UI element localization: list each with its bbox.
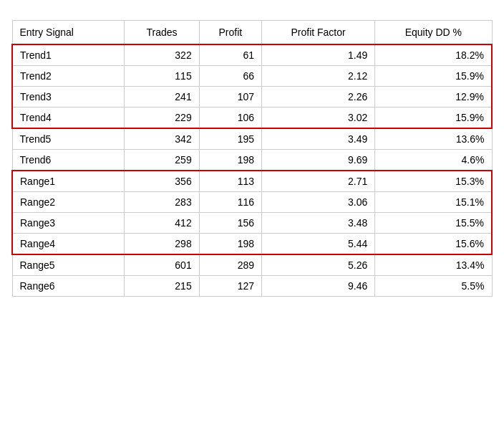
cell-profit-factor: 5.26 (262, 254, 375, 276)
col-header-trades: Trades (125, 21, 199, 45)
cell-trades: 356 (125, 171, 199, 192)
table-row: Range42981985.4415.6% (12, 234, 492, 255)
cell-profit: 198 (199, 150, 261, 171)
cell-profit-factor: 9.46 (262, 276, 375, 297)
cell-profit: 66 (199, 66, 261, 87)
cell-profit-factor: 9.69 (262, 150, 375, 171)
cell-profit: 156 (199, 213, 261, 234)
col-header-equity-dd-%: Equity DD % (375, 21, 492, 45)
cell-entry-signal: Range4 (12, 234, 125, 255)
table-row: Range56012895.2613.4% (12, 254, 492, 276)
cell-profit-factor: 3.02 (262, 108, 375, 129)
cell-profit: 107 (199, 87, 261, 108)
cell-profit-factor: 3.48 (262, 213, 375, 234)
cell-equity-dd-%: 15.1% (375, 192, 492, 213)
cell-entry-signal: Range2 (12, 192, 125, 213)
table-row: Range13561132.7115.3% (12, 171, 492, 192)
cell-entry-signal: Trend1 (12, 44, 125, 66)
table-row: Trend1322611.4918.2% (12, 44, 492, 66)
cell-entry-signal: Trend5 (12, 128, 125, 150)
cell-entry-signal: Trend3 (12, 87, 125, 108)
cell-profit-factor: 3.06 (262, 192, 375, 213)
cell-equity-dd-%: 13.6% (375, 128, 492, 150)
cell-profit: 113 (199, 171, 261, 192)
cell-trades: 259 (125, 150, 199, 171)
cell-profit-factor: 2.71 (262, 171, 375, 192)
cell-equity-dd-%: 13.4% (375, 254, 492, 276)
cell-equity-dd-%: 15.9% (375, 108, 492, 129)
table-row: Range34121563.4815.5% (12, 213, 492, 234)
cell-profit-factor: 3.49 (262, 128, 375, 150)
cell-profit: 198 (199, 234, 261, 255)
cell-equity-dd-%: 4.6% (375, 150, 492, 171)
cell-equity-dd-%: 15.6% (375, 234, 492, 255)
cell-equity-dd-%: 15.9% (375, 66, 492, 87)
cell-trades: 241 (125, 87, 199, 108)
cell-equity-dd-%: 15.3% (375, 171, 492, 192)
cell-entry-signal: Range6 (12, 276, 125, 297)
table-row: Trend62591989.694.6% (12, 150, 492, 171)
cell-trades: 601 (125, 254, 199, 276)
cell-trades: 215 (125, 276, 199, 297)
cell-equity-dd-%: 12.9% (375, 87, 492, 108)
cell-profit: 289 (199, 254, 261, 276)
col-header-entry-signal: Entry Signal (12, 21, 125, 45)
table-row: Trend2115662.1215.9% (12, 66, 492, 87)
cell-trades: 283 (125, 192, 199, 213)
cell-trades: 229 (125, 108, 199, 129)
cell-trades: 412 (125, 213, 199, 234)
table-row: Trend42291063.0215.9% (12, 108, 492, 129)
cell-profit-factor: 2.12 (262, 66, 375, 87)
cell-equity-dd-%: 5.5% (375, 276, 492, 297)
table-row: Range22831163.0615.1% (12, 192, 492, 213)
cell-entry-signal: Trend2 (12, 66, 125, 87)
cell-profit-factor: 5.44 (262, 234, 375, 255)
table-row: Range62151279.465.5% (12, 276, 492, 297)
cell-entry-signal: Range5 (12, 254, 125, 276)
table-row: Trend53421953.4913.6% (12, 128, 492, 150)
cell-trades: 115 (125, 66, 199, 87)
cell-profit: 61 (199, 44, 261, 66)
col-header-profit-factor: Profit Factor (262, 21, 375, 45)
cell-profit-factor: 2.26 (262, 87, 375, 108)
cell-equity-dd-%: 15.5% (375, 213, 492, 234)
cell-entry-signal: Range3 (12, 213, 125, 234)
cell-profit: 116 (199, 192, 261, 213)
cell-trades: 322 (125, 44, 199, 66)
col-header-profit: Profit (199, 21, 261, 45)
cell-profit: 106 (199, 108, 261, 129)
cell-entry-signal: Range1 (12, 171, 125, 192)
cell-profit: 127 (199, 276, 261, 297)
cell-entry-signal: Trend6 (12, 150, 125, 171)
cell-profit: 195 (199, 128, 261, 150)
cell-entry-signal: Trend4 (12, 108, 125, 129)
results-table: Entry SignalTradesProfitProfit FactorEqu… (11, 20, 493, 297)
table-row: Trend32411072.2612.9% (12, 87, 492, 108)
cell-profit-factor: 1.49 (262, 44, 375, 66)
cell-trades: 298 (125, 234, 199, 255)
cell-trades: 342 (125, 128, 199, 150)
cell-equity-dd-%: 18.2% (375, 44, 492, 66)
